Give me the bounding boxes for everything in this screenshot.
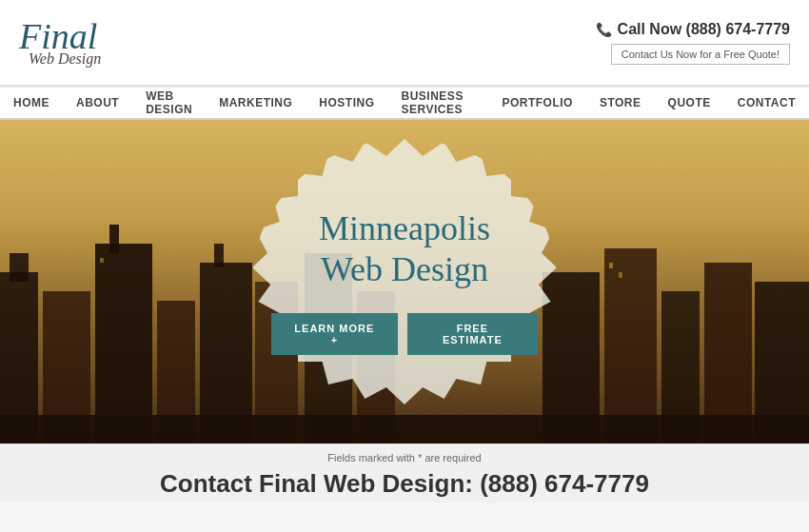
hero-title-line2: Web Design <box>321 250 488 288</box>
svg-rect-18 <box>619 272 622 278</box>
logo-sub: Web Design <box>19 50 101 68</box>
hero-content: Minneapolis Web Design LEARN MORE + FREE… <box>252 189 557 374</box>
free-estimate-button[interactable]: FREE ESTIMATE <box>407 313 538 355</box>
call-now: 📞 Call Now (888) 674-7779 <box>596 21 790 38</box>
svg-rect-19 <box>100 258 104 263</box>
nav-hosting[interactable]: HOSTING <box>306 88 387 118</box>
nav-business-services[interactable]: BUSINESS SERVICES <box>388 88 489 118</box>
nav-web-design[interactable]: WEB DESIGN <box>132 88 206 118</box>
nav-contact[interactable]: CONTACT <box>724 88 809 118</box>
hero-title-line1: Minneapolis <box>319 209 490 247</box>
nav-about[interactable]: ABOUT <box>63 88 132 118</box>
contact-heading: Contact Final Web Design: (888) 674-7779 <box>0 469 809 499</box>
svg-rect-5 <box>109 225 119 253</box>
svg-rect-17 <box>609 263 613 268</box>
main-nav: HOME ABOUT WEB DESIGN MARKETING HOSTING … <box>0 86 809 120</box>
logo: Final Web Design <box>19 18 101 68</box>
starburst-badge: Minneapolis Web Design LEARN MORE + FREE… <box>252 139 557 424</box>
nav-home[interactable]: HOME <box>0 88 63 118</box>
bottom-bar: Fields marked with * are required Contac… <box>0 443 809 502</box>
hero-section: Minneapolis Web Design LEARN MORE + FREE… <box>0 120 809 443</box>
svg-rect-2 <box>10 253 29 282</box>
svg-rect-4 <box>95 244 152 443</box>
nav-quote[interactable]: QUOTE <box>655 88 724 118</box>
svg-rect-8 <box>214 244 224 267</box>
nav-marketing[interactable]: MARKETING <box>206 88 306 118</box>
nav-store[interactable]: STORE <box>586 88 655 118</box>
header-right: 📞 Call Now (888) 674-7779 Contact Us Now… <box>596 21 790 65</box>
phone-icon: 📞 <box>596 22 612 37</box>
learn-more-button[interactable]: LEARN MORE + <box>271 313 398 355</box>
nav-portfolio[interactable]: PORTFOLIO <box>488 88 586 118</box>
required-note: Fields marked with * are required <box>0 452 809 463</box>
hero-buttons: LEARN MORE + FREE ESTIMATE <box>271 313 538 355</box>
call-label: Call Now (888) 674-7779 <box>618 21 790 38</box>
hero-title: Minneapolis Web Design <box>271 208 538 290</box>
quote-button[interactable]: Contact Us Now for a Free Quote! <box>611 44 790 65</box>
svg-rect-13 <box>604 248 657 443</box>
header: Final Web Design 📞 Call Now (888) 674-77… <box>0 0 809 86</box>
